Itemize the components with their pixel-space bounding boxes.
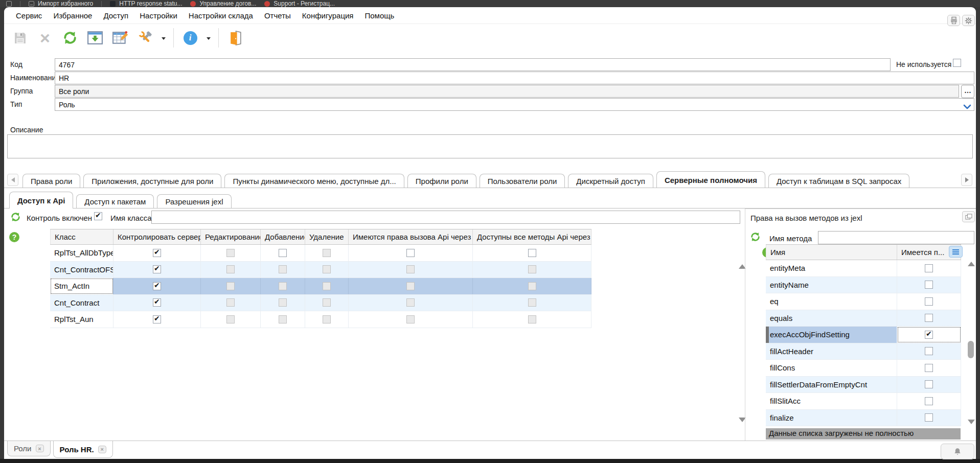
filter-menu-button[interactable]: [949, 246, 963, 258]
bookmark-item[interactable]: HTTP response statu...: [110, 0, 182, 7]
checkbox[interactable]: [279, 249, 287, 257]
menu-item[interactable]: Помощь: [359, 11, 400, 20]
scrollbar-thumb[interactable]: [968, 341, 974, 358]
column-header[interactable]: Удаление: [305, 229, 349, 244]
menu-item[interactable]: Настройки склада: [183, 11, 259, 20]
checkbox[interactable]: [925, 413, 933, 422]
checkbox[interactable]: [925, 380, 933, 388]
main-tab[interactable]: Приложения, доступные для роли: [83, 174, 221, 188]
sub-tab[interactable]: Разрешения jexl: [157, 194, 231, 208]
group-input[interactable]: [55, 85, 959, 98]
main-tab[interactable]: Права роли: [22, 174, 80, 188]
table-row[interactable]: fillSettlerDataFromEmptyCnt: [766, 377, 961, 393]
column-header[interactable]: Добавление: [261, 229, 305, 244]
menu-item[interactable]: Конфигурация: [297, 11, 359, 20]
table-row[interactable]: entityMeta: [766, 260, 961, 277]
checkbox[interactable]: [153, 298, 161, 307]
checkbox[interactable]: [925, 364, 933, 372]
float-panel-button[interactable]: [962, 211, 975, 222]
scroll-down-button[interactable]: [968, 420, 975, 424]
vertical-scrollbar[interactable]: [967, 262, 975, 424]
close-tab-icon[interactable]: [98, 446, 106, 453]
group-lookup-button[interactable]: …: [961, 85, 974, 98]
table-row[interactable]: Cnt_ContractOFSParticipants: [50, 262, 591, 279]
menu-item[interactable]: Отчеты: [259, 11, 297, 20]
bookmark-item[interactable]: [6, 1, 12, 7]
caret-down-icon[interactable]: [207, 37, 211, 40]
document-tab[interactable]: Роли: [7, 441, 51, 456]
caret-down-icon[interactable]: [162, 37, 166, 40]
table-row[interactable]: fillSlitAcc: [766, 393, 961, 410]
scroll-up-button[interactable]: [739, 256, 746, 265]
table-row[interactable]: fillActHeader: [766, 343, 961, 360]
table-row[interactable]: RplTst_AllDbTypes: [50, 245, 591, 262]
table-row[interactable]: fillCons: [766, 360, 961, 377]
main-tab[interactable]: Пользователи роли: [480, 174, 565, 188]
table-row[interactable]: eq: [766, 293, 961, 310]
checkbox[interactable]: [153, 265, 161, 273]
bookmark-item[interactable]: Импорт избранного: [29, 0, 93, 7]
table-row[interactable]: equals: [766, 310, 961, 327]
menu-item[interactable]: Сервис: [10, 11, 48, 20]
table-row[interactable]: finalize: [766, 410, 961, 427]
name-input[interactable]: [55, 72, 974, 84]
checkbox[interactable]: [153, 315, 161, 323]
main-tab[interactable]: Пункты динамического меню, доступные дл.…: [224, 174, 404, 188]
class-filter-input[interactable]: [151, 211, 740, 224]
main-tab[interactable]: Серверные полномочия: [656, 171, 765, 188]
tab-scroll-right-button[interactable]: [961, 174, 972, 186]
menu-item[interactable]: Избранное: [48, 11, 98, 20]
refresh-classes-button[interactable]: [10, 212, 21, 224]
menu-item[interactable]: Настройки: [134, 11, 183, 20]
scroll-up-button[interactable]: [968, 262, 975, 266]
description-textarea[interactable]: [7, 134, 973, 158]
checkbox[interactable]: [153, 282, 161, 290]
checkbox[interactable]: [528, 249, 536, 257]
checkbox[interactable]: [406, 249, 415, 257]
bookmark-item[interactable]: Support - Регистрац...: [264, 0, 335, 7]
column-header[interactable]: Редактирование: [201, 229, 261, 244]
table-row[interactable]: RplTst_Aun: [50, 311, 591, 328]
column-header[interactable]: Класс: [50, 229, 113, 244]
main-tab[interactable]: Дискретный доступ: [568, 174, 653, 188]
grid-edit-button[interactable]: [111, 29, 129, 47]
table-row[interactable]: entityName: [766, 277, 961, 294]
bookmark-item[interactable]: Управление догов...: [190, 0, 256, 7]
checkbox[interactable]: [153, 249, 161, 257]
checkbox[interactable]: [925, 314, 933, 322]
control-enabled-checkbox[interactable]: [94, 212, 102, 220]
type-input[interactable]: [55, 98, 974, 111]
code-input[interactable]: [55, 58, 891, 71]
not-used-checkbox[interactable]: [953, 59, 961, 67]
tab-scroll-left-button[interactable]: [7, 174, 18, 186]
exit-button[interactable]: [226, 29, 244, 47]
close-tab-icon[interactable]: [36, 445, 44, 452]
sub-tab[interactable]: Доступ к Api: [9, 192, 73, 209]
checkbox[interactable]: [925, 264, 933, 272]
scroll-down-button[interactable]: [739, 422, 746, 431]
main-tab[interactable]: Профили роли: [407, 174, 476, 188]
checkbox[interactable]: [925, 397, 933, 405]
checkbox[interactable]: [925, 281, 933, 289]
column-header[interactable]: Имеются права вызова Api через jexl: [349, 229, 473, 244]
table-row[interactable]: Stm_ActIn: [50, 278, 591, 295]
table-row[interactable]: Cnt_Contract: [50, 295, 591, 312]
refresh-methods-button[interactable]: [750, 231, 761, 244]
chevron-down-icon[interactable]: [963, 102, 971, 111]
checkbox[interactable]: [925, 347, 933, 355]
sub-tab[interactable]: Доступ к пакетам: [76, 194, 154, 208]
main-tab[interactable]: Доступ к таблицам в SQL запросах: [768, 174, 909, 188]
column-header[interactable]: Доступны все методы Api через jexl: [473, 229, 591, 244]
checkbox[interactable]: [925, 331, 933, 339]
grid-export-button[interactable]: [86, 29, 104, 47]
checkbox[interactable]: [925, 297, 933, 306]
document-tab[interactable]: Роль HR.: [53, 441, 113, 458]
method-filter-input[interactable]: [818, 231, 974, 244]
column-header[interactable]: Контролировать серверн...: [113, 229, 201, 244]
info-button[interactable]: [181, 29, 199, 47]
menu-item[interactable]: Доступ: [98, 11, 134, 20]
tools-button[interactable]: [136, 29, 154, 47]
notifications-button[interactable]: [941, 444, 974, 459]
table-row[interactable]: execAccObjFindSetting: [766, 327, 961, 343]
refresh-button[interactable]: [61, 29, 79, 47]
